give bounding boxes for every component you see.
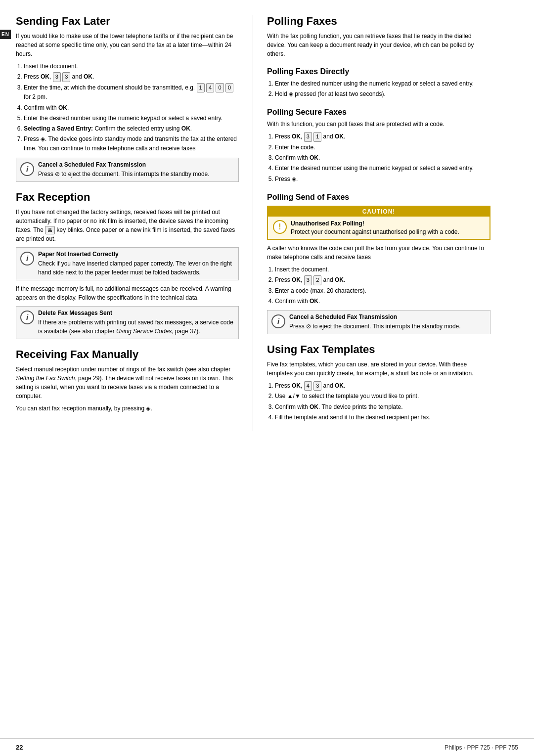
infobox-text: Press ⊘ to eject the document. This inte… [289,322,486,331]
step-item: Enter the desired number using the numer… [24,114,239,123]
step-item: Insert the document. [275,265,490,274]
using-fax-templates-title: Using Fax Templates [267,343,490,356]
using-fax-templates-steps: Press OK, 4 3 and OK. Use ▲/▼ to select … [275,381,490,422]
polling-faxes-title: Polling Faxes [267,15,490,28]
caution-text: Unauthorised Fax Polling! Protect your d… [291,220,485,235]
caution-box: CAUTION! ! Unauthorised Fax Polling! Pro… [267,206,490,240]
info-icon: i [20,311,34,324]
right-column: Polling Faxes With the fax polling funct… [253,15,490,431]
step-item: Press OK, 3 3 and OK. [24,72,239,82]
polling-faxes-directly-steps: Enter the desired number using the numer… [275,79,490,99]
infobox-title: Delete Fax Messages Sent [38,310,234,316]
step-item: Confirm with OK. [275,153,490,163]
step-item: Use ▲/▼ to select the template you would… [275,392,490,401]
caution-title: Unauthorised Fax Polling! [291,220,485,227]
step-item: Press OK, 3 1 and OK. [275,132,490,142]
infobox-title: Cancel a Scheduled Fax Transmission [289,313,486,320]
caution-body-text: Protect your document against unauthoris… [291,228,485,235]
step-item: Enter the code. [275,143,490,152]
infobox-text: Check if you have inserted clamped paper… [38,259,234,277]
receiving-fax-manually-intro: Select manual reception under number of … [16,365,239,400]
step-item: Enter the desired number using the numer… [275,79,490,89]
info-icon: i [20,162,34,176]
polling-send-para1: A caller who knows the code can poll the… [267,244,490,262]
cancel-scheduled-infobox-1: i Cancel a Scheduled Fax Transmission Pr… [16,158,239,182]
sending-fax-later-steps: Insert the document. Press OK, 3 3 and O… [24,62,239,154]
footer: 22 Philips · PPF 725 · PPF 755 [0,738,534,756]
page-number: 22 [16,744,23,751]
section-using-fax-templates: Using Fax Templates Five fax templates, … [267,343,490,422]
cancel-scheduled-infobox-2: i Cancel a Scheduled Fax Transmission Pr… [267,310,490,334]
step-item: Press OK, 3 2 and OK. [275,275,490,285]
using-fax-templates-intro: Five fax templates, which you can use, a… [267,360,490,378]
infobox-title: Cancel a Scheduled Fax Transmission [38,161,234,168]
step-item: Enter the time, at which the document sh… [24,83,239,102]
caution-body: ! Unauthorised Fax Polling! Protect your… [268,217,490,239]
info-box-content: Cancel a Scheduled Fax Transmission Pres… [289,313,486,331]
step-item: Enter the desired number using the numer… [275,164,490,173]
step-item: Selecting a Saved Entry: Confirm the sel… [24,124,239,133]
section-sending-fax-later: Sending Fax Later If you would like to m… [16,15,239,182]
section-fax-reception: Fax Reception If you have not changed th… [16,191,239,339]
receiving-fax-manually-title: Receiving Fax Manually [16,348,239,361]
paper-not-inserted-infobox: i Paper Not Inserted Correctly Check if … [16,247,239,280]
step-item: Confirm with OK. [24,103,239,113]
polling-faxes-intro: With the fax polling function, you can r… [267,32,490,58]
step-item: Press OK, 4 3 and OK. [275,381,490,391]
sending-fax-later-intro: If you would like to make use of the low… [16,32,239,58]
info-box-content: Paper Not Inserted Correctly Check if yo… [38,251,234,277]
fax-reception-title: Fax Reception [16,191,239,204]
polling-faxes-directly-title: Polling Faxes Directly [267,67,490,76]
polling-send-steps: Insert the document. Press OK, 3 2 and O… [275,265,490,306]
step-item: Confirm with OK. The device prints the t… [275,402,490,412]
step-item: Press ◈. The device goes into standby mo… [24,134,239,153]
language-tab: EN [0,30,11,39]
infobox-text: Press ⊘ to eject the document. This inte… [38,170,234,178]
fax-reception-para2: If the message memory is full, no additi… [16,284,239,302]
infobox-title: Paper Not Inserted Correctly [38,251,234,258]
caution-icon: ! [273,220,287,234]
receiving-fax-manually-para2: You can start fax reception manually, by… [16,404,239,413]
content-area: Sending Fax Later If you would like to m… [0,0,534,461]
infobox-text: If there are problems with printing out … [38,318,234,336]
info-box-content: Delete Fax Messages Sent If there are pr… [38,310,234,336]
polling-secure-faxes-steps: Press OK, 3 1 and OK. Enter the code. Co… [275,132,490,183]
info-box-content: Cancel a Scheduled Fax Transmission Pres… [38,161,234,178]
info-icon: i [20,252,34,266]
polling-secure-faxes-title: Polling Secure Faxes [267,108,490,117]
section-polling-faxes-directly: Polling Faxes Directly Enter the desired… [267,67,490,99]
info-icon: i [271,314,285,328]
section-receiving-fax-manually: Receiving Fax Manually Select manual rec… [16,348,239,413]
page-container: EN Sending Fax Later If you would like t… [0,0,534,756]
section-polling-secure-faxes: Polling Secure Faxes With this function,… [267,108,490,183]
step-item: Press ◈. [275,175,490,184]
polling-secure-faxes-intro: With this function, you can poll faxes t… [267,120,490,129]
step-item: Enter a code (max. 20 characters). [275,286,490,296]
section-polling-send-faxes: Polling Send of Faxes CAUTION! ! Unautho… [267,193,490,334]
sending-fax-later-title: Sending Fax Later [16,15,239,28]
step-item: Hold ◈ pressed (for at least two seconds… [275,89,490,99]
step-item: Fill the template and send it to the des… [275,413,490,422]
left-column: Sending Fax Later If you would like to m… [16,15,253,431]
step-item: Insert the document. [24,62,239,71]
caution-header: CAUTION! [268,207,490,217]
fax-reception-intro: If you have not changed the factory sett… [16,208,239,243]
step-item: Confirm with OK. [275,297,490,306]
polling-send-faxes-title: Polling Send of Faxes [267,193,490,202]
section-polling-faxes: Polling Faxes With the fax polling funct… [267,15,490,58]
brand-info: Philips · PPF 725 · PPF 755 [445,744,518,751]
delete-fax-infobox: i Delete Fax Messages Sent If there are … [16,306,239,339]
